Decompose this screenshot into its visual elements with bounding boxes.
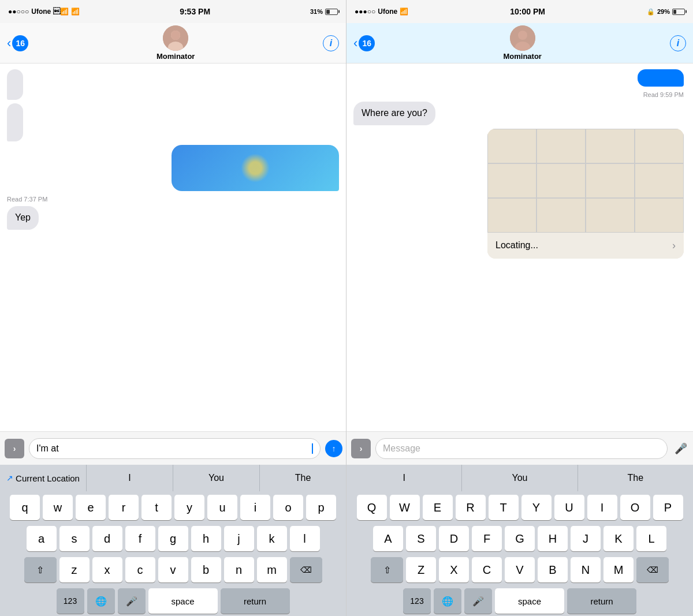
space-key[interactable]: space — [148, 588, 218, 614]
key-s[interactable]: s — [59, 526, 90, 551]
info-button[interactable]: i — [323, 35, 339, 51]
message-input-left[interactable]: I'm at — [29, 438, 321, 459]
key-row-3: ⇧ z x c v b n m ⌫ — [2, 557, 344, 583]
key-Z[interactable]: Z — [406, 557, 436, 583]
key-v[interactable]: v — [158, 557, 188, 583]
key-V[interactable]: V — [505, 557, 535, 583]
send-button[interactable]: ↑ — [325, 440, 342, 457]
shift-key[interactable]: ⇧ — [24, 557, 57, 583]
emoji-key[interactable]: 🌐 — [87, 588, 115, 614]
location-card[interactable]: Locating... › — [487, 129, 684, 259]
apps-button[interactable]: › — [5, 439, 24, 458]
delete-key-right[interactable]: ⌫ — [636, 557, 669, 583]
predictive-the-right[interactable]: The — [578, 465, 693, 491]
key-p[interactable]: p — [306, 495, 336, 520]
delete-key[interactable]: ⌫ — [290, 557, 322, 583]
key-r[interactable]: r — [109, 495, 139, 520]
key-c[interactable]: c — [125, 557, 155, 583]
battery-icon-right — [672, 9, 685, 15]
right-status-bar: ●●●○○ Ufone 📶 10:00 PM 🔒 29% — [346, 0, 693, 23]
back-chevron-icon-right: ‹ — [353, 36, 357, 51]
message-input-right[interactable]: Message — [375, 438, 668, 459]
right-back-button[interactable]: ‹ 16 — [353, 35, 375, 51]
key-l[interactable]: l — [290, 526, 320, 551]
key-o[interactable]: o — [273, 495, 303, 520]
key-I[interactable]: I — [587, 495, 617, 520]
key-J[interactable]: J — [571, 526, 601, 551]
key-w[interactable]: w — [43, 495, 73, 520]
emoji-key-right[interactable]: 🌐 — [434, 588, 461, 614]
key-X[interactable]: X — [439, 557, 469, 583]
key-D[interactable]: D — [439, 526, 469, 551]
key-q[interactable]: q — [10, 495, 40, 520]
predictive-you[interactable]: You — [173, 465, 260, 491]
space-key-right[interactable]: space — [495, 588, 564, 614]
key-m[interactable]: m — [257, 557, 287, 583]
predictive-location[interactable]: ↗ Current Location — [0, 465, 87, 491]
key-h[interactable]: h — [191, 526, 221, 551]
predictive-the[interactable]: The — [260, 465, 346, 491]
key-Q[interactable]: Q — [357, 495, 387, 520]
left-time: 9:53 PM — [180, 7, 210, 16]
key-z[interactable]: z — [59, 557, 90, 583]
key-d[interactable]: d — [92, 526, 122, 551]
key-i[interactable]: i — [240, 495, 270, 520]
left-nav-center[interactable]: Mominator — [157, 25, 195, 61]
map-cell — [487, 163, 536, 198]
shift-key-right[interactable]: ⇧ — [371, 557, 403, 583]
left-battery: 31% — [310, 8, 338, 15]
key-B[interactable]: B — [538, 557, 568, 583]
key-a[interactable]: a — [27, 526, 57, 551]
key-F[interactable]: F — [472, 526, 502, 551]
key-x[interactable]: x — [92, 557, 122, 583]
key-A[interactable]: A — [373, 526, 403, 551]
key-k[interactable]: k — [257, 526, 287, 551]
key-O[interactable]: O — [620, 495, 650, 520]
location-label: Current Location — [16, 473, 80, 483]
mic-key-right[interactable]: 🎤 — [464, 588, 492, 614]
left-back-button[interactable]: ‹ 16 — [7, 35, 28, 51]
predictive-you-right[interactable]: You — [462, 465, 578, 491]
predictive-i-right[interactable]: I — [346, 465, 462, 491]
contact-name-right: Mominator — [503, 52, 541, 61]
key-j[interactable]: j — [224, 526, 254, 551]
avatar-image-right — [510, 25, 535, 51]
return-key[interactable]: return — [221, 588, 290, 614]
num-key[interactable]: 123 — [57, 588, 84, 614]
microphone-button[interactable]: 🎤 — [672, 440, 690, 457]
key-t[interactable]: t — [141, 495, 172, 520]
key-f[interactable]: f — [125, 526, 155, 551]
key-T[interactable]: T — [489, 495, 519, 520]
info-button-right[interactable]: i — [670, 35, 686, 51]
return-key-right[interactable]: return — [567, 588, 636, 614]
key-Y[interactable]: Y — [521, 495, 552, 520]
key-y[interactable]: y — [174, 495, 204, 520]
key-E[interactable]: E — [423, 495, 453, 520]
mic-key-left[interactable]: 🎤 — [118, 588, 146, 614]
key-b[interactable]: b — [191, 557, 221, 583]
key-S[interactable]: S — [406, 526, 436, 551]
apps-button-right[interactable]: › — [351, 439, 371, 458]
key-W[interactable]: W — [390, 495, 420, 520]
left-status-bar: ●●○○○ Ufone 📶 📶 9:53 PM 31% — [0, 0, 346, 23]
signal-dots: ●●○○○ — [8, 8, 29, 16]
num-key-right[interactable]: 123 — [403, 588, 431, 614]
key-n[interactable]: n — [224, 557, 254, 583]
key-P[interactable]: P — [653, 495, 683, 520]
key-K[interactable]: K — [603, 526, 634, 551]
key-L[interactable]: L — [636, 526, 666, 551]
key-u[interactable]: u — [207, 495, 237, 520]
key-H[interactable]: H — [538, 526, 568, 551]
key-N[interactable]: N — [571, 557, 601, 583]
right-nav-center[interactable]: Mominator — [503, 25, 541, 61]
key-e[interactable]: e — [76, 495, 106, 520]
key-g[interactable]: g — [158, 526, 188, 551]
key-G[interactable]: G — [505, 526, 535, 551]
left-keyboard: q w e r t y u i o p a s d f g h j k l ⇧ … — [0, 491, 346, 616]
key-C[interactable]: C — [472, 557, 502, 583]
left-input-area: › I'm at ↑ — [0, 431, 346, 465]
key-U[interactable]: U — [554, 495, 584, 520]
key-R[interactable]: R — [456, 495, 486, 520]
key-M[interactable]: M — [603, 557, 634, 583]
predictive-i[interactable]: I — [87, 465, 173, 491]
